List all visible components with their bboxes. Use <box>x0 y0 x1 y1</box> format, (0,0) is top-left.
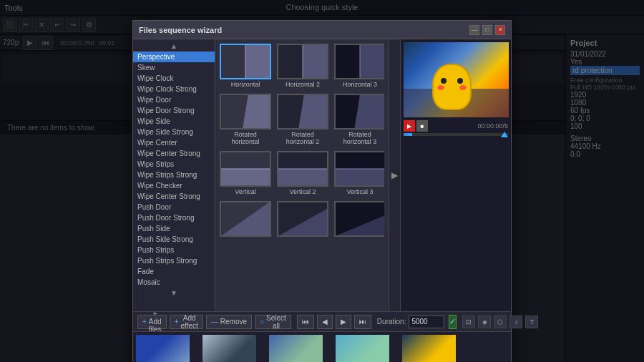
svg-rect-16 <box>221 169 270 186</box>
transition-item-wipe-strips[interactable]: Wipe Strips <box>133 159 215 170</box>
transition-item-wipe-clock-strong[interactable]: Wipe Clock Strong <box>133 84 215 94</box>
remove-icon: — <box>211 318 218 326</box>
transition-item-wipe-strips-strong[interactable]: Wipe Strips Strong <box>133 170 215 180</box>
add-effect-label: Add effect <box>180 314 197 330</box>
preview-video <box>404 42 509 117</box>
thumb-bottom-3[interactable] <box>334 201 384 237</box>
thumb-vertical-3[interactable]: Vertical 3 <box>334 151 384 195</box>
add-effect-button[interactable]: + Add effect <box>170 315 203 329</box>
text-icon[interactable]: T <box>525 315 538 328</box>
nav-last[interactable]: ⏭ <box>354 315 371 329</box>
grid-scroll-right[interactable]: ▶ <box>389 39 400 311</box>
thumb-img-horizontal-2[interactable] <box>277 44 328 79</box>
thumb-horizontal-3[interactable]: Horizontal 3 <box>334 44 384 88</box>
thumb-img-bottom-1[interactable] <box>220 201 271 237</box>
audio-icon[interactable]: ♪ <box>509 315 522 328</box>
color-icon[interactable]: ◈ <box>478 315 491 328</box>
thumb-rot-horizontal-2[interactable]: Rotated horizontal 2 <box>277 94 328 145</box>
scroll-down-arrow[interactable]: ▼ <box>133 288 215 298</box>
thumb-img-bottom-3[interactable] <box>334 201 384 237</box>
modal-close[interactable]: ✕ <box>495 25 505 35</box>
thumb-rot-horizontal-3[interactable]: Rotated horizontal 3 <box>334 94 384 145</box>
transition-item-wipe-door[interactable]: Wipe Door <box>133 94 215 105</box>
transition-item-wipe-side-strong[interactable]: Wipe Side Strong <box>133 127 215 137</box>
file-item-1: pexels-alexan... 00:00:05.000 ⊙ ❯ <box>136 335 201 362</box>
file-thumb-2: pexels-andrea... 00:00:05.000 ⊙ <box>203 335 256 362</box>
modal-title: Files sequence wizard <box>139 26 222 34</box>
thumb-horizontal[interactable]: Horizontal <box>220 44 271 88</box>
transition-row-2: Rotated horizontal Rotated horizontal 2 <box>220 94 384 145</box>
thumb-img-vertical[interactable] <box>220 151 271 187</box>
crop-icon[interactable]: ⊡ <box>462 315 475 328</box>
modal-maximize[interactable]: □ <box>482 25 492 35</box>
nav-prev[interactable]: ◀ <box>317 315 333 329</box>
preview-stop-button[interactable]: ■ <box>416 120 428 132</box>
thumb-img-horizontal-3[interactable] <box>334 44 384 79</box>
transition-item-wipe-clock[interactable]: Wipe Clock <box>133 73 215 84</box>
transition-item-wipe-checker[interactable]: Wipe Checker <box>133 180 215 191</box>
file-thumb-1: pexels-alexan... 00:00:05.000 ⊙ <box>136 335 190 362</box>
preview-play-button[interactable]: ▶ <box>404 120 415 132</box>
duration-input[interactable] <box>409 315 444 328</box>
file-thumb-4: pexels-andrea... 00:00:05.000 ⊙ <box>336 335 389 362</box>
transition-item-push-door-strong[interactable]: Push Door Strong <box>133 212 215 223</box>
thumb-img-rot-h[interactable] <box>220 94 271 129</box>
modal-minimize[interactable]: — <box>469 25 479 35</box>
file-img-2[interactable] <box>203 335 256 362</box>
duration-confirm[interactable]: ✓ <box>449 315 457 329</box>
scroll-up-arrow[interactable]: ▲ <box>133 41 215 52</box>
thumb-img-rot-h2[interactable] <box>277 94 328 129</box>
modal-overlay: Files sequence wizard — □ ✕ ▲ Perspectiv… <box>0 0 644 362</box>
transition-item-push-side[interactable]: Push Side <box>133 223 215 234</box>
file-thumb-5: pexels-any-lan... 00:00:05.000 ⊙ <box>402 335 456 362</box>
thumb-rot-horizontal[interactable]: Rotated horizontal <box>220 94 271 145</box>
thumb-label-horizontal-3: Horizontal 3 <box>334 81 384 88</box>
transition-item-perspective[interactable]: Perspective <box>133 52 215 62</box>
transition-item-skew[interactable]: Skew <box>133 62 215 73</box>
transition-item-push-door[interactable]: Push Door <box>133 202 215 212</box>
transition-item-push-strips-strong[interactable]: Push Strips Strong <box>133 255 215 266</box>
file-thumb-3: pexels-andrea... 00:00:05.000 ⊙ <box>269 335 323 362</box>
thumb-vertical-2[interactable]: Vertical 2 <box>277 151 328 195</box>
file-img-5[interactable] <box>402 335 456 362</box>
svg-rect-6 <box>336 44 360 78</box>
nav-controls: ⏮ ◀ ▶ ⏭ <box>297 315 371 329</box>
file-item-5: pexels-any-lan... 00:00:05.000 ⊙ ❯ <box>402 335 467 362</box>
thumb-bottom-1[interactable] <box>220 201 271 237</box>
modal-titlebar: Files sequence wizard — □ ✕ <box>133 21 511 39</box>
file-item-4: pexels-andrea... 00:00:05.000 ⊙ ❯ <box>336 335 401 362</box>
preview-controls: ▶ ■ 00:00:00/5 <box>404 120 508 132</box>
transition-item-wipe-center[interactable]: Wipe Center <box>133 137 215 148</box>
thumb-img-rot-h3[interactable] <box>334 94 384 129</box>
thumb-horizontal-2[interactable]: Horizontal 2 <box>277 44 328 88</box>
file-img-3[interactable] <box>269 335 323 362</box>
transition-item-push-side-strong[interactable]: Push Side Strong <box>133 234 215 245</box>
thumb-img-bottom-2[interactable] <box>277 201 328 237</box>
nav-first[interactable]: ⏮ <box>297 315 314 329</box>
duration-label: Duration: <box>377 318 406 326</box>
transition-grid-area: Horizontal Horizontal 2 <box>215 39 389 311</box>
thumb-img-horizontal[interactable] <box>220 44 271 79</box>
transition-item-mosaic[interactable]: Mosaic <box>133 277 215 288</box>
transition-item-fade[interactable]: Fade <box>133 266 215 277</box>
transition-item-wipe-side[interactable]: Wipe Side <box>133 116 215 127</box>
add-files-button[interactable]: + + Add files <box>137 315 167 329</box>
thumb-img-vertical-3[interactable] <box>334 151 384 187</box>
file-item-2: pexels-andrea... 00:00:05.000 ⊙ ❯ <box>203 335 268 362</box>
thumb-bottom-2[interactable] <box>277 201 328 237</box>
thumb-vertical[interactable]: Vertical <box>220 151 271 195</box>
transition-item-wipe-center-strong[interactable]: Wipe Center Strong <box>133 148 215 159</box>
filter-icon[interactable]: ⬡ <box>494 315 507 328</box>
file-img-1[interactable] <box>136 335 190 362</box>
transition-item-push-strips[interactable]: Push Strips <box>133 245 215 255</box>
svg-rect-18 <box>278 152 327 169</box>
svg-rect-4 <box>303 44 327 78</box>
remove-button[interactable]: — Remove <box>206 315 252 329</box>
transition-item-wipe-door-strong[interactable]: Wipe Door Strong <box>133 105 215 116</box>
file-img-4[interactable] <box>336 335 389 362</box>
nav-next[interactable]: ▶ <box>336 315 351 329</box>
thumb-img-vertical-2[interactable] <box>277 151 328 187</box>
transition-item-wipe-center-strong2[interactable]: Wipe Center Strong <box>133 191 215 202</box>
select-all-button[interactable]: ○ Select all <box>255 315 291 329</box>
preview-progress-bar[interactable] <box>404 133 508 136</box>
